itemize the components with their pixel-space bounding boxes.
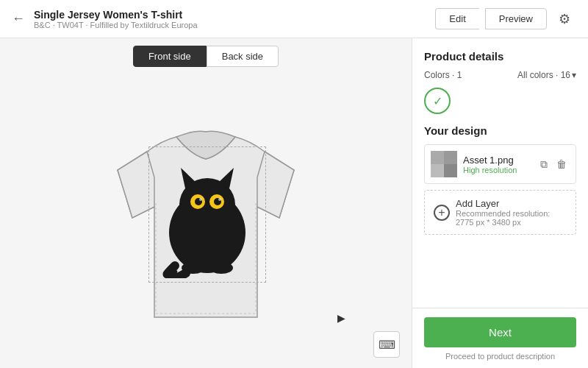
edit-button[interactable]: Edit [435, 8, 478, 29]
chevron-down-icon: ▾ [572, 70, 576, 80]
tab-front-side[interactable]: Front side [133, 46, 207, 67]
your-design-title: Your design [424, 124, 576, 137]
right-panel-footer: Next Proceed to product description [412, 308, 588, 368]
keyboard-icon: ⌨ [379, 338, 395, 352]
add-layer-info: Add Layer Recommended resolution: 2775 p… [456, 198, 567, 227]
tab-back-side[interactable]: Back side [207, 46, 279, 67]
colors-row: Colors · 1 All colors · 16 ▾ [424, 70, 576, 80]
svg-marker-3 [216, 168, 234, 188]
asset-actions: ⧉ 🗑 [537, 157, 570, 172]
add-layer-card[interactable]: + Add Layer Recommended resolution: 2775… [424, 190, 576, 235]
add-layer-name: Add Layer [456, 198, 567, 209]
delete-asset-button[interactable]: 🗑 [553, 157, 570, 172]
asset-info: Asset 1.png High resolution [463, 155, 531, 174]
svg-point-9 [218, 198, 221, 201]
svg-marker-2 [181, 168, 198, 188]
canvas-panel: Front side Back side [0, 38, 412, 368]
copy-asset-button[interactable]: ⧉ [537, 157, 551, 172]
asset-name: Asset 1.png [463, 155, 531, 166]
product-title: Single Jersey Women's T-shirt [34, 9, 435, 21]
color-checkmark: ✓ [433, 94, 442, 108]
cat-image[interactable] [153, 152, 262, 278]
header-actions: Edit Preview ⚙ [435, 8, 576, 30]
add-layer-resolution: Recommended resolution: 2775 px * 3480 p… [456, 209, 567, 227]
gear-icon: ⚙ [559, 12, 570, 26]
main-layout: Front side Back side [0, 38, 588, 368]
app-header: ← Single Jersey Women's T-shirt B&C · TW… [0, 0, 588, 38]
right-panel: Product details Colors · 1 All colors · … [412, 38, 588, 368]
right-panel-content: Product details Colors · 1 All colors · … [412, 38, 588, 308]
all-colors-button[interactable]: All colors · 16 ▾ [517, 70, 576, 80]
plus-icon: + [438, 206, 445, 219]
settings-button[interactable]: ⚙ [553, 8, 576, 30]
back-button[interactable]: ← [12, 11, 25, 26]
cat-svg [153, 152, 262, 278]
tshirt-wrapper [88, 89, 323, 347]
tshirt-area [88, 67, 323, 368]
all-colors-label: All colors · 16 [517, 70, 570, 80]
svg-point-11 [209, 262, 233, 274]
asset-thumbnail [431, 151, 457, 177]
product-subtitle: B&C · TW04T · Fulfilled by Textildruck E… [34, 21, 435, 29]
header-title-group: Single Jersey Women's T-shirt B&C · TW04… [34, 9, 435, 29]
preview-button[interactable]: Preview [485, 8, 547, 29]
selected-color-circle[interactable]: ✓ [424, 88, 451, 114]
cursor-indicator: ▶ [337, 312, 345, 324]
copy-icon: ⧉ [540, 158, 548, 170]
side-tabs: Front side Back side [133, 38, 279, 67]
add-layer-icon: + [434, 205, 450, 221]
proceed-text: Proceed to product description [424, 352, 576, 361]
svg-point-8 [199, 198, 202, 201]
colors-count-label: Colors · 1 [424, 70, 462, 80]
svg-point-10 [182, 262, 205, 274]
delete-icon: 🗑 [556, 158, 567, 170]
next-button[interactable]: Next [424, 317, 576, 347]
asset-card: Asset 1.png High resolution ⧉ 🗑 [424, 144, 576, 184]
asset-resolution: High resolution [463, 166, 531, 174]
keyboard-button[interactable]: ⌨ [373, 331, 400, 358]
product-details-title: Product details [424, 50, 576, 63]
